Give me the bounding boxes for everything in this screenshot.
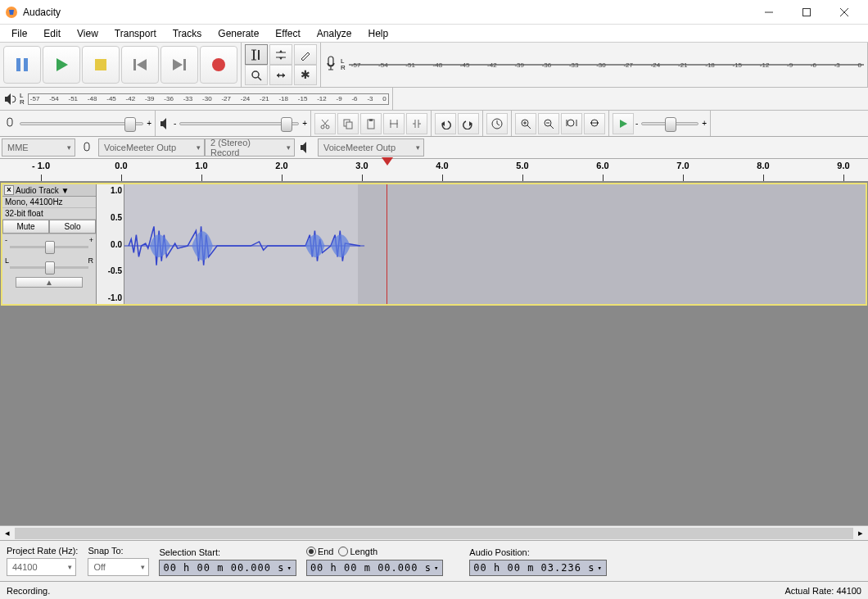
undo-toolbar: [432, 111, 483, 136]
recording-device-combo[interactable]: VoiceMeeter Outp: [98, 138, 205, 157]
sync-toolbar: [483, 111, 512, 136]
skip-end-button[interactable]: [160, 46, 198, 84]
zoom-out-button[interactable]: [538, 113, 559, 134]
svg-point-18: [252, 71, 259, 78]
menu-analyze[interactable]: Analyze: [309, 25, 360, 42]
menu-help[interactable]: Help: [360, 25, 397, 42]
menu-generate[interactable]: Generate: [210, 25, 267, 42]
track-pan-slider[interactable]: LR: [2, 255, 96, 275]
svg-marker-10: [137, 59, 147, 70]
copy-button[interactable]: [337, 113, 359, 134]
multi-tool[interactable]: ✱: [294, 65, 317, 85]
maximize-button[interactable]: [788, 0, 825, 25]
timeline-mark: 8.0: [757, 161, 769, 170]
timeline-mark: 5.0: [516, 161, 528, 170]
selection-start-time[interactable]: 00 h 00 m 00.000 s: [159, 560, 296, 576]
track-collapse-button[interactable]: ▲: [16, 277, 83, 288]
playback-meter[interactable]: -57-54-51-48-45-42-39-36-33-30-27-24-21-…: [28, 93, 389, 105]
edit-toolbar: [311, 111, 432, 136]
timeline-mark: 0.0: [115, 161, 127, 170]
svg-point-13: [212, 58, 225, 71]
recording-meter-toolbar: LR -57-54-51-48-45-42-39-36-33-30-27-24-…: [321, 43, 868, 87]
scroll-left-button[interactable]: ◂: [0, 528, 15, 538]
recording-volume-slider[interactable]: [20, 122, 143, 125]
length-radio[interactable]: Length: [338, 547, 377, 556]
play-at-speed-button[interactable]: [613, 113, 634, 134]
menu-effect[interactable]: Effect: [267, 25, 308, 42]
timeline-mark: 6.0: [596, 161, 608, 170]
fit-project-button[interactable]: [584, 113, 605, 134]
close-button[interactable]: [825, 0, 863, 25]
sync-lock-button[interactable]: [486, 113, 508, 134]
zoom-in-button[interactable]: [515, 113, 536, 134]
actual-rate-label: Actual Rate: 44100: [784, 586, 861, 596]
svg-text:✱: ✱: [301, 70, 310, 81]
envelope-tool[interactable]: [269, 44, 292, 65]
track-gain-slider[interactable]: -+: [2, 234, 96, 255]
waveform-display[interactable]: [124, 184, 866, 304]
end-radio[interactable]: End: [306, 547, 334, 556]
selection-tool[interactable]: [245, 44, 268, 65]
redo-button[interactable]: [458, 113, 479, 134]
timeline-ruler[interactable]: - 1.00.01.02.03.04.05.06.07.08.09.0: [0, 159, 868, 182]
project-rate-combo[interactable]: 44100: [7, 558, 76, 576]
undo-button[interactable]: [435, 113, 456, 134]
selection-toolbar: Project Rate (Hz): 44100 Snap To: Off Se…: [0, 540, 868, 581]
cut-button[interactable]: [314, 113, 336, 134]
playback-volume-slider[interactable]: [179, 122, 299, 125]
minimize-button[interactable]: [750, 0, 788, 25]
pause-button[interactable]: [3, 46, 41, 84]
svg-rect-6: [24, 58, 28, 71]
trim-button[interactable]: [383, 113, 405, 134]
menu-view[interactable]: View: [69, 25, 106, 42]
selection-end-time[interactable]: 00 h 00 m 00.000 s: [306, 560, 443, 576]
svg-line-40: [497, 124, 500, 125]
recording-channels-combo[interactable]: 2 (Stereo) Record: [205, 138, 295, 157]
timeline-mark: 7.0: [676, 161, 689, 170]
audio-host-combo[interactable]: MME: [2, 138, 75, 157]
menu-file[interactable]: File: [3, 25, 35, 42]
timeline-mark: 9.0: [837, 161, 849, 170]
audio-position-time[interactable]: 00 h 00 m 03.236 s: [469, 560, 606, 576]
zoom-tool[interactable]: [245, 65, 268, 85]
timeline-mark: 4.0: [436, 161, 448, 170]
snap-to-combo[interactable]: Off: [88, 558, 149, 576]
menubar: File Edit View Transport Tracks Generate…: [0, 25, 868, 43]
device-toolbar: MME VoiceMeeter Outp 2 (Stereo) Record V…: [0, 137, 868, 159]
menu-transport[interactable]: Transport: [106, 25, 165, 42]
fit-selection-button[interactable]: [561, 113, 582, 134]
svg-marker-23: [279, 57, 283, 60]
skip-start-button[interactable]: [121, 46, 159, 84]
menu-tracks[interactable]: Tracks: [165, 25, 210, 42]
horizontal-scrollbar[interactable]: ◂ ▸: [0, 525, 868, 540]
play-button[interactable]: [43, 46, 80, 84]
recording-meter[interactable]: -57-54-51-48-45-42-39-36-33-30-27-24-21-…: [349, 64, 864, 66]
scroll-right-button[interactable]: ▸: [853, 528, 868, 538]
playback-device-combo[interactable]: VoiceMeeter Outp: [318, 138, 424, 157]
record-button[interactable]: [200, 46, 237, 84]
timeline-mark: - 1.0: [32, 161, 50, 170]
mic-icon: [324, 53, 337, 76]
track-close-button[interactable]: ×: [4, 185, 14, 195]
track-name-menu[interactable]: Audio Track ▼: [14, 186, 94, 195]
track-sample-label: 32-bit float: [2, 208, 96, 220]
solo-button[interactable]: Solo: [49, 220, 96, 234]
window-title: Audacity: [23, 7, 750, 18]
menu-edit[interactable]: Edit: [35, 25, 69, 42]
stop-button[interactable]: [82, 46, 120, 84]
speaker-icon: [159, 116, 172, 131]
mute-button[interactable]: Mute: [2, 220, 49, 234]
paste-button[interactable]: [360, 113, 382, 134]
audio-track[interactable]: × Audio Track ▼ Mono, 44100Hz 32-bit flo…: [1, 183, 867, 306]
transport-toolbar: [0, 43, 242, 87]
silence-button[interactable]: [406, 113, 427, 134]
svg-line-19: [258, 77, 261, 80]
tracks-area: × Audio Track ▼ Mono, 44100Hz 32-bit flo…: [0, 182, 868, 525]
timeshift-tool[interactable]: [269, 65, 292, 85]
status-message: Recording.: [7, 586, 784, 596]
statusbar: Recording. Actual Rate: 44100: [0, 581, 868, 599]
svg-point-28: [321, 125, 324, 129]
draw-tool[interactable]: [294, 44, 317, 65]
svg-marker-25: [277, 73, 279, 78]
playback-speed-slider[interactable]: [641, 122, 698, 125]
